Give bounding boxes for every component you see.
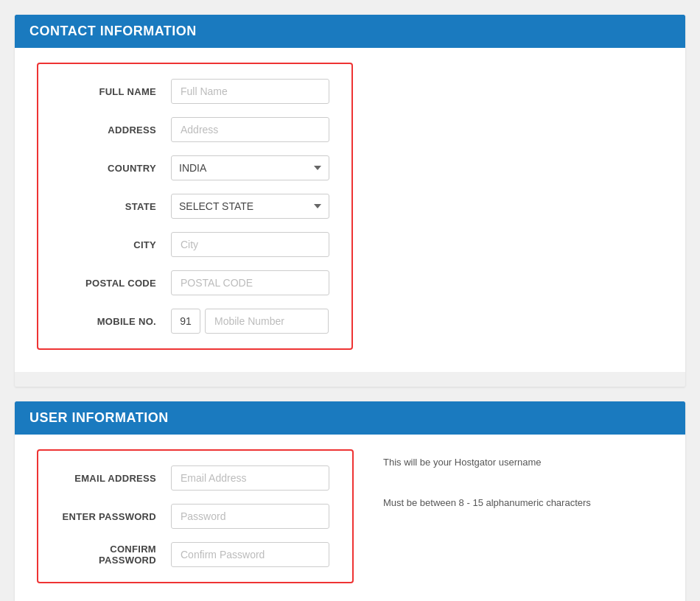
email-label: EMAIL ADDRESS — [60, 473, 156, 484]
country-label: COUNTRY — [60, 163, 156, 174]
contact-section: CONTACT INFORMATION FULL NAME ADDRESS CO… — [15, 15, 685, 387]
city-input[interactable] — [171, 232, 329, 257]
user-section-header: USER INFORMATION — [15, 401, 685, 435]
email-hint: This will be your Hostgator username — [383, 457, 591, 468]
city-label: CITY — [60, 239, 156, 250]
address-row: ADDRESS — [60, 117, 329, 142]
confirm-password-label: CONFIRM PASSWORD — [60, 544, 156, 566]
postal-code-label: POSTAL CODE — [60, 278, 156, 289]
confirm-password-input[interactable] — [171, 542, 329, 567]
full-name-label: FULL NAME — [60, 86, 156, 97]
state-select[interactable]: SELECT STATE — [171, 194, 329, 219]
user-hints: This will be your Hostgator username Mus… — [383, 449, 591, 538]
user-form-border: EMAIL ADDRESS ENTER PASSWORD CONFIRM PAS… — [37, 449, 354, 583]
mobile-row: MOBILE NO. — [60, 309, 329, 334]
full-name-input[interactable] — [171, 79, 329, 104]
password-label: ENTER PASSWORD — [60, 511, 156, 522]
email-input[interactable] — [171, 465, 329, 491]
postal-code-row: POSTAL CODE — [60, 270, 329, 295]
user-section-body: EMAIL ADDRESS ENTER PASSWORD CONFIRM PAS… — [15, 435, 685, 601]
address-input[interactable] — [171, 117, 329, 142]
contact-section-header: CONTACT INFORMATION — [15, 15, 685, 48]
mobile-code-input[interactable] — [171, 309, 200, 334]
user-content-row: EMAIL ADDRESS ENTER PASSWORD CONFIRM PAS… — [37, 449, 663, 583]
user-header-title: USER INFORMATION — [29, 410, 169, 425]
user-section: USER INFORMATION EMAIL ADDRESS ENTER PAS… — [15, 401, 685, 601]
mobile-label: MOBILE NO. — [60, 316, 156, 327]
country-row: COUNTRY INDIA USA UK AUSTRALIA — [60, 155, 329, 180]
state-row: STATE SELECT STATE — [60, 194, 329, 219]
password-row: ENTER PASSWORD — [60, 504, 330, 529]
password-hint: Must be between 8 - 15 alphanumeric char… — [383, 497, 591, 508]
city-row: CITY — [60, 232, 329, 257]
postal-code-input[interactable] — [171, 270, 329, 295]
address-label: ADDRESS — [60, 124, 156, 136]
contact-header-title: CONTACT INFORMATION — [29, 24, 197, 38]
country-select[interactable]: INDIA USA UK AUSTRALIA — [171, 155, 329, 180]
contact-section-body: FULL NAME ADDRESS COUNTRY INDIA USA UK A… — [15, 48, 685, 372]
mobile-number-input[interactable] — [205, 309, 329, 334]
full-name-row: FULL NAME — [60, 79, 329, 104]
password-input[interactable] — [171, 504, 329, 529]
mobile-input-group — [171, 309, 329, 334]
email-row: EMAIL ADDRESS — [60, 465, 330, 491]
state-label: STATE — [60, 201, 156, 212]
contact-form-border: FULL NAME ADDRESS COUNTRY INDIA USA UK A… — [37, 63, 353, 350]
confirm-password-row: CONFIRM PASSWORD — [60, 542, 330, 567]
